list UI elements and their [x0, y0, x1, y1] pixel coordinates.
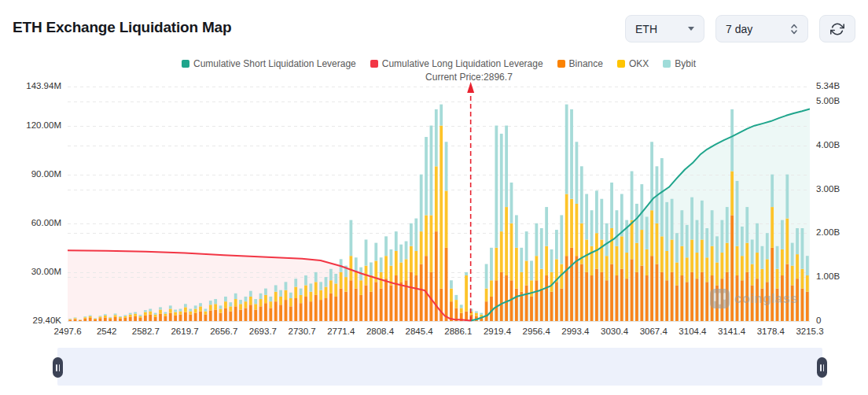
- scrollbar-left-handle[interactable]: [53, 357, 63, 378]
- left-axis-tick: 120.00M: [26, 120, 61, 130]
- x-axis-tick: 3141.4: [718, 327, 745, 336]
- period-select-value: 7 day: [726, 23, 752, 35]
- right-axis-tick: 5.00B: [816, 96, 840, 105]
- x-axis-tick: 2808.4: [366, 327, 394, 336]
- period-select[interactable]: 7 day: [715, 15, 808, 42]
- left-axis-tick: 90.00M: [31, 169, 61, 179]
- x-axis-tick: 3030.4: [601, 327, 628, 336]
- x-axis-tick: 2542: [97, 327, 117, 336]
- x-axis-tick: 3178.4: [757, 327, 785, 336]
- legend-swatch: [617, 60, 625, 68]
- legend-item-cumulative-long-liquidation-leverage[interactable]: Cumulative Long Liquidation Leverage: [370, 58, 543, 69]
- x-axis-tick: 2693.7: [249, 327, 277, 336]
- caret-down-icon: [688, 27, 694, 31]
- refresh-icon: [830, 22, 844, 36]
- left-y-axis: 143.94M120.00M90.00M60.00M30.00M29.40K: [0, 82, 61, 326]
- right-y-axis: 5.34B5.00B4.00B3.00B2.00B1.00B0: [816, 82, 866, 326]
- x-axis-tick: 2656.7: [210, 327, 237, 336]
- x-axis-tick: 3067.4: [640, 327, 668, 336]
- left-axis-tick: 29.40K: [33, 316, 61, 325]
- legend-swatch: [182, 60, 189, 68]
- x-axis-tick: 2497.6: [53, 327, 81, 336]
- chart-controls: ETH 7 day: [625, 15, 855, 42]
- right-axis-tick: 5.34B: [816, 81, 840, 90]
- right-axis-tick: 4.00B: [816, 140, 840, 150]
- left-axis-tick: 60.00M: [31, 218, 61, 227]
- left-axis-tick: 30.00M: [31, 267, 61, 276]
- x-axis: 2497.625422582.72619.72656.72693.72730.7…: [0, 327, 868, 339]
- refresh-button[interactable]: [819, 15, 855, 42]
- chart-legend: Cumulative Short Liquidation LeverageCum…: [68, 58, 810, 69]
- stepper-up-down-icon: [790, 23, 798, 35]
- x-axis-tick: 2919.4: [484, 327, 511, 336]
- legend-item-okx[interactable]: OKX: [617, 58, 649, 69]
- symbol-select[interactable]: ETH: [625, 15, 704, 42]
- legend-label: Binance: [569, 58, 603, 69]
- legend-swatch: [557, 60, 565, 68]
- legend-label: Cumulative Long Liquidation Leverage: [382, 58, 543, 69]
- page-title: ETH Exchange Liquidation Map: [13, 19, 231, 36]
- legend-item-bybit[interactable]: Bybit: [663, 58, 696, 69]
- x-axis-tick: 2730.7: [289, 327, 316, 336]
- current-price-label: Current Price:2896.7: [425, 72, 513, 83]
- x-axis-tick: 2956.4: [523, 327, 550, 336]
- liquidation-chart[interactable]: Cumulative Short Liquidation LeverageCum…: [0, 47, 868, 346]
- liquidation-map-page: ETH Exchange Liquidation Map ETH 7 day C…: [0, 0, 868, 395]
- legend-label: Bybit: [675, 58, 696, 69]
- x-axis-tick: 2619.7: [171, 327, 198, 336]
- right-axis-tick: 2.00B: [816, 227, 840, 237]
- legend-item-cumulative-short-liquidation-leverage[interactable]: Cumulative Short Liquidation Leverage: [182, 58, 356, 69]
- x-axis-tick: 2993.4: [561, 327, 589, 336]
- right-axis-tick: 3.00B: [816, 184, 840, 194]
- legend-label: Cumulative Short Liquidation Leverage: [193, 58, 356, 69]
- x-axis-tick: 2582.7: [132, 327, 160, 336]
- x-axis-tick: 3104.4: [679, 327, 706, 336]
- legend-swatch: [370, 60, 378, 68]
- left-axis-tick: 143.94M: [26, 81, 61, 90]
- x-axis-tick: 2886.1: [444, 327, 472, 336]
- right-axis-tick: 1.00B: [816, 271, 840, 281]
- x-axis-tick: 3215.3: [796, 327, 823, 336]
- symbol-select-value: ETH: [635, 23, 657, 35]
- x-axis-tick: 2771.4: [327, 327, 355, 336]
- chart-scrollbar[interactable]: [57, 348, 822, 386]
- legend-swatch: [663, 60, 671, 68]
- scrollbar-right-handle[interactable]: [817, 357, 827, 378]
- legend-label: OKX: [629, 58, 649, 69]
- right-axis-tick: 0: [816, 316, 821, 325]
- legend-item-binance[interactable]: Binance: [557, 58, 603, 69]
- x-axis-tick: 2845.4: [406, 327, 433, 336]
- chart-plot-area[interactable]: [68, 82, 810, 323]
